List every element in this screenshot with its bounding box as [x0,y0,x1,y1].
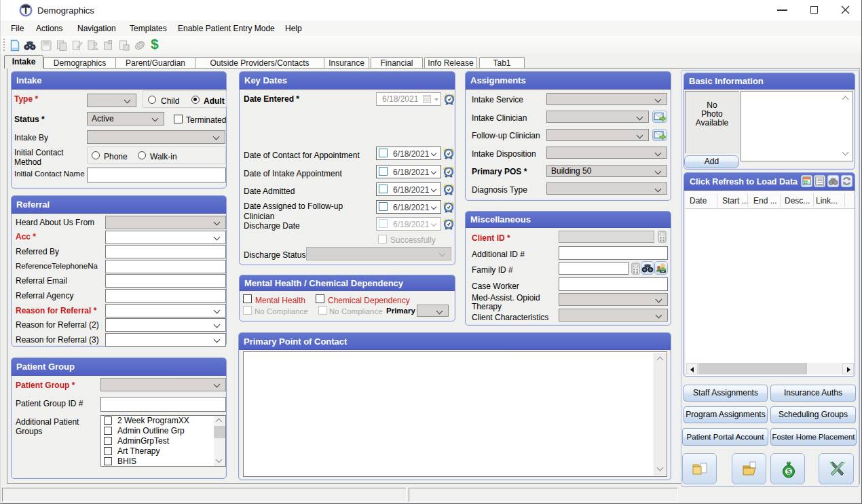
svg-text:$: $ [787,468,791,476]
